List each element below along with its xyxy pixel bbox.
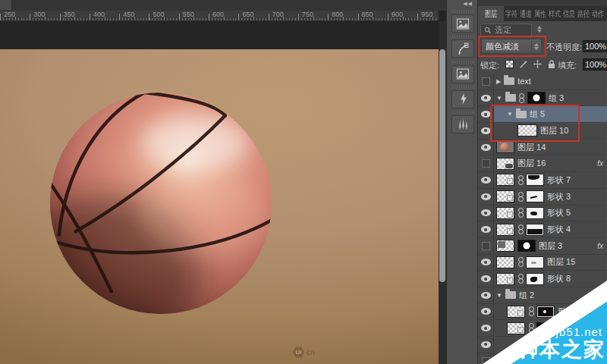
expand-arrow-icon[interactable]: ▼ (507, 111, 513, 118)
visibility-toggle[interactable] (478, 337, 494, 353)
layer-row-content[interactable]: 图层 14 (494, 140, 607, 155)
tab-panel-6[interactable]: 路径 (576, 6, 590, 21)
layer-row[interactable] (478, 353, 607, 364)
layer-thumbnail[interactable] (496, 190, 514, 202)
visibility-toggle[interactable] (478, 304, 494, 320)
layer-thumbnail[interactable] (496, 240, 514, 252)
layer-thumbnail[interactable] (526, 174, 544, 186)
layer-row-content[interactable]: 形状 4 (494, 221, 607, 237)
tab-panel-5[interactable]: 信息 (561, 6, 576, 21)
layer-row[interactable]: ▶text (478, 74, 607, 90)
layer-row-content[interactable]: 形状 6 (494, 304, 607, 320)
visibility-toggle[interactable] (478, 189, 494, 205)
layer-thumbnail[interactable] (536, 306, 555, 318)
layer-thumbnail[interactable] (496, 174, 514, 186)
layer-thumbnail[interactable] (496, 273, 514, 285)
layer-thumbnail[interactable] (526, 256, 544, 268)
visibility-toggle[interactable] (478, 106, 494, 122)
actions-panel-icon[interactable] (451, 90, 474, 108)
blend-mode-select[interactable]: 颜色减淡 (481, 39, 542, 54)
brush-panel-icon[interactable] (451, 115, 474, 133)
visibility-toggle[interactable] (478, 238, 494, 254)
layer-row-content[interactable]: 图层 3fx (494, 238, 607, 254)
layer-row[interactable] (478, 337, 607, 353)
document-canvas[interactable]: Ui cn (0, 49, 439, 364)
lock-all-icon[interactable] (547, 59, 556, 69)
dock-grip-handle[interactable] (452, 10, 473, 13)
layer-row[interactable] (478, 320, 607, 337)
layer-thumbnail[interactable] (507, 322, 525, 334)
layer-row[interactable]: 图层 15 (478, 255, 607, 271)
fx-badge[interactable]: fx (597, 159, 603, 168)
layer-row[interactable]: 形状 5 (478, 206, 607, 222)
tab-panel-3[interactable]: 属性 (533, 6, 547, 21)
visibility-toggle[interactable] (478, 123, 494, 139)
layer-thumbnail[interactable] (526, 207, 544, 219)
layer-row[interactable]: ▼组 2 (478, 287, 607, 304)
visibility-toggle[interactable] (478, 353, 494, 364)
tab-panel-2[interactable]: 通道 (518, 6, 533, 21)
layer-row-content[interactable] (494, 320, 607, 336)
layer-thumbnail[interactable] (536, 322, 555, 334)
tab-layers[interactable]: 图层 (478, 6, 504, 21)
document-pasteboard[interactable]: Ui cn (0, 21, 439, 364)
visibility-toggle[interactable] (478, 172, 494, 188)
layer-thumbnail[interactable] (527, 92, 546, 104)
layer-row-content[interactable]: 图层 15 (494, 255, 607, 271)
layer-row-content[interactable]: ▼组 3 (494, 90, 607, 106)
layer-row[interactable]: ▼组 3 (478, 90, 607, 107)
expand-arrow-icon[interactable]: ▼ (496, 292, 502, 299)
layer-row[interactable]: 图层 10 (478, 123, 607, 140)
layer-thumbnail[interactable] (526, 190, 544, 202)
layer-row-content[interactable] (494, 353, 607, 364)
brush-presets-panel-icon[interactable] (451, 39, 474, 58)
layer-thumbnail[interactable] (507, 306, 525, 318)
expand-arrow-icon[interactable]: ▶ (496, 78, 501, 85)
layer-row[interactable]: 形状 6 (478, 304, 607, 321)
layer-row[interactable]: 图层 14 (478, 140, 607, 156)
visibility-toggle[interactable] (478, 140, 494, 155)
layer-row-content[interactable]: ▼组 2 (494, 287, 607, 303)
visibility-toggle[interactable] (478, 74, 494, 89)
fill-value-field[interactable]: 100% (583, 58, 607, 71)
lock-paint-brush-icon[interactable] (518, 59, 528, 69)
dock-grip-handle[interactable] (452, 61, 473, 64)
layer-row-content[interactable]: 形状 3 (494, 189, 607, 205)
canvas-area[interactable]: 2503003504004505005506006507007508008509… (0, 0, 446, 364)
layer-row-content[interactable]: ▶text (494, 74, 607, 89)
layer-row-content[interactable]: 图层 10 (494, 123, 607, 139)
opacity-value-field[interactable]: 100% (583, 40, 607, 52)
visibility-toggle[interactable] (478, 221, 494, 237)
layer-row[interactable]: 形状 8 (478, 271, 607, 287)
canvas-vertical-scrollbar[interactable] (439, 21, 446, 364)
layer-filter-dropdown[interactable]: 选定 (480, 24, 532, 36)
styles-panel-icon[interactable] (451, 65, 474, 83)
collapse-dock-button[interactable]: ◀◀ (463, 1, 473, 7)
tab-panel-7[interactable]: 动作 (590, 6, 605, 21)
dock-grip-handle[interactable] (452, 111, 473, 114)
layer-row[interactable]: ▼组 5 (478, 106, 607, 123)
layer-row[interactable]: 图层 16fx (478, 155, 607, 172)
layer-thumbnail[interactable] (496, 256, 514, 268)
layer-row[interactable]: 形状 3 (478, 189, 607, 206)
layer-thumbnail[interactable] (496, 158, 514, 170)
visibility-toggle[interactable] (478, 206, 494, 221)
layer-row-content[interactable]: 形状 8 (494, 271, 607, 287)
layer-row[interactable]: 形状 4 (478, 221, 607, 238)
layer-row-content[interactable]: 形状 7 (494, 172, 607, 188)
layer-row[interactable]: 图层 3fx (478, 238, 607, 255)
visibility-toggle[interactable] (478, 320, 494, 336)
layer-thumbnail[interactable] (496, 141, 514, 153)
lock-transparency-icon[interactable] (505, 60, 514, 68)
layer-thumbnail[interactable] (517, 240, 536, 252)
layer-row[interactable]: 形状 7 (478, 172, 607, 189)
layer-thumbnail[interactable] (496, 224, 514, 236)
dock-grip-handle[interactable] (452, 35, 473, 38)
library-panel-icon[interactable] (451, 14, 474, 33)
layer-row-content[interactable] (494, 337, 607, 353)
horizontal-ruler[interactable]: 2503003504004505005506006507007508008509… (0, 11, 439, 21)
layer-thumbnail[interactable] (526, 224, 544, 236)
layer-row-content[interactable]: 形状 5 (494, 206, 607, 221)
layer-thumbnail[interactable] (517, 124, 537, 136)
layer-row-content[interactable]: ▼组 5 (494, 106, 607, 122)
